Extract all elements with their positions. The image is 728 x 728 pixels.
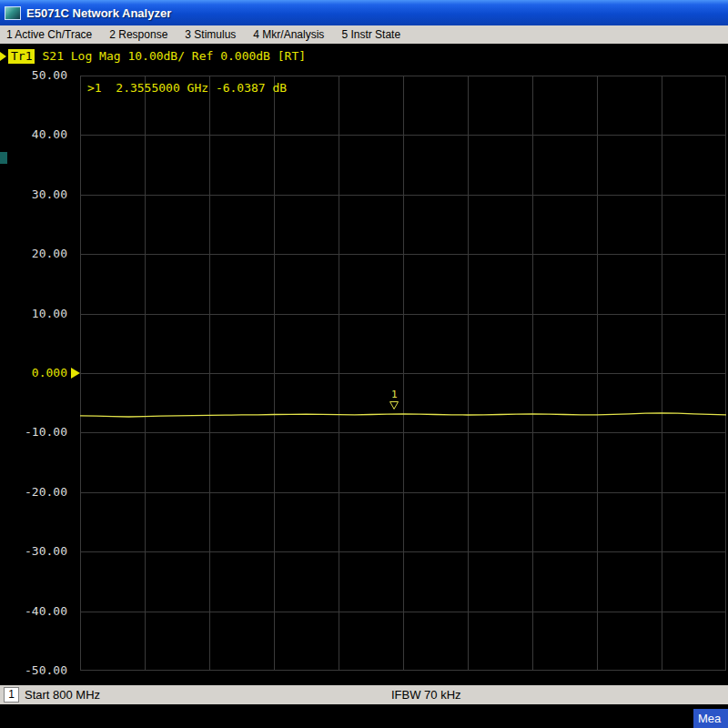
y-tick-label: 0.000 — [2, 366, 67, 379]
active-trace-arrow-icon — [0, 52, 6, 61]
status-bar: 1 Start 800 MHz IFBW 70 kHz — [0, 685, 728, 704]
window-title: E5071C Network Analyzer — [26, 6, 171, 20]
marker1-icon[interactable] — [390, 401, 399, 409]
trace-status-bar: Tr1 S21 Log Mag 10.00dB/ Ref 0.000dB [RT… — [0, 48, 306, 64]
y-tick-label: 50.00 — [2, 68, 67, 82]
window-titlebar[interactable]: E5071C Network Analyzer — [0, 0, 728, 25]
marker-readout: >1 2.3555000 GHz -6.0387 dB — [87, 81, 287, 95]
y-tick-label: -10.00 — [2, 425, 67, 439]
y-tick-label: -50.00 — [2, 663, 67, 677]
y-tick-label: 30.00 — [2, 187, 67, 201]
y-tick-label: 40.00 — [2, 127, 67, 141]
menu-response[interactable]: 2 Response — [109, 28, 167, 41]
y-tick-label: 20.00 — [2, 247, 67, 260]
trace-plot: 1 — [80, 76, 726, 671]
app-icon — [5, 6, 21, 20]
y-tick-label: -20.00 — [2, 485, 67, 499]
meas-softkey[interactable]: Mea — [693, 709, 728, 728]
y-tick-label: 10.00 — [2, 307, 67, 320]
channel-indicator: 1 — [4, 687, 19, 703]
y-tick-label: -40.00 — [2, 604, 67, 618]
menu-stimulus[interactable]: 3 Stimulus — [185, 28, 236, 41]
marker1-number: 1 — [391, 389, 398, 400]
menu-active-ch-trace[interactable]: 1 Active Ch/Trace — [6, 28, 92, 41]
graph-area: 1 — [80, 76, 726, 671]
start-frequency-label: Start 800 MHz — [25, 688, 100, 702]
reference-level-marker-icon[interactable] — [71, 368, 80, 379]
y-axis-labels: 50.0040.0030.0020.0010.000.000-10.00-20.… — [0, 76, 73, 671]
network-analyzer-screen: E5071C Network Analyzer 1 Active Ch/Trac… — [0, 0, 728, 728]
trace1-badge[interactable]: Tr1 — [8, 49, 35, 64]
menu-instr-state[interactable]: 5 Instr State — [341, 28, 400, 41]
y-tick-label: -30.00 — [2, 544, 67, 558]
ifbw-label: IFBW 70 kHz — [391, 688, 461, 702]
menu-bar: 1 Active Ch/Trace 2 Response 3 Stimulus … — [0, 25, 728, 44]
screen-artifact — [0, 152, 7, 164]
trace1-settings: S21 Log Mag 10.00dB/ Ref 0.000dB [RT] — [42, 49, 306, 63]
menu-mkr-analysis[interactable]: 4 Mkr/Analysis — [253, 28, 324, 41]
